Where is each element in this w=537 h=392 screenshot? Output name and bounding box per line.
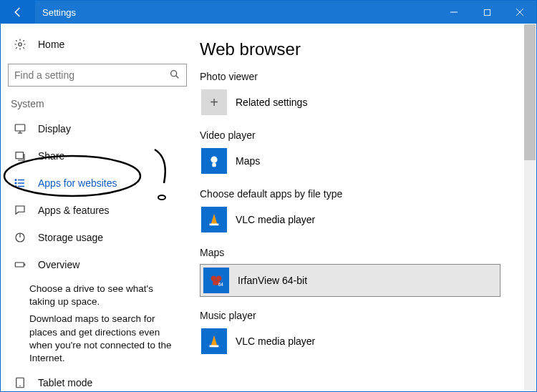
vlc-app-icon: [201, 328, 227, 354]
vlc-app-icon: [201, 207, 227, 232]
search-box[interactable]: [8, 64, 187, 87]
app-name: Related settings: [236, 97, 307, 108]
tablet-icon: [14, 376, 26, 389]
section-label-photo-viewer: Photo viewer: [200, 71, 523, 82]
maximize-button[interactable]: [470, 1, 503, 24]
app-row-irfanview[interactable]: 64 IrfanView 64-bit: [200, 264, 500, 297]
svg-marker-33: [211, 335, 217, 347]
svg-rect-19: [15, 263, 24, 267]
camera-app-icon: [201, 148, 227, 174]
sidebar-item-tablet-mode[interactable]: Tablet mode: [8, 369, 187, 391]
sidebar-item-label: Tablet mode: [38, 377, 92, 388]
sidebar-home-label: Home: [38, 39, 64, 50]
svg-point-15: [15, 182, 16, 184]
search-input[interactable]: [14, 69, 169, 81]
sidebar-item-label: Display: [38, 123, 71, 134]
list-icon: [14, 177, 26, 190]
svg-point-5: [171, 70, 177, 76]
sidebar-item-apps-features[interactable]: Apps & features: [8, 197, 187, 224]
svg-point-14: [15, 180, 16, 181]
svg-point-30: [216, 276, 221, 281]
svg-rect-7: [15, 124, 25, 131]
share-icon: [14, 150, 26, 162]
power-icon: [14, 231, 26, 244]
gear-icon: [14, 38, 26, 51]
svg-rect-10: [16, 152, 24, 159]
sidebar: Home System Display Share: [1, 24, 194, 391]
svg-line-6: [176, 75, 179, 78]
sidebar-item-label: Overview: [38, 259, 79, 270]
svg-point-29: [211, 276, 216, 281]
svg-point-4: [19, 43, 22, 46]
sidebar-item-label: Apps & features: [38, 205, 110, 216]
section-label-maps: Maps: [200, 247, 523, 258]
sidebar-item-display[interactable]: Display: [8, 115, 187, 142]
sidebar-item-share[interactable]: Share: [8, 142, 187, 170]
main-content: Web browser Photo viewer + Related setti…: [194, 24, 536, 391]
svg-marker-27: [211, 214, 217, 225]
section-label-video-player: Video player: [200, 129, 523, 141]
app-row-related-settings[interactable]: + Related settings: [200, 88, 523, 117]
svg-rect-34: [210, 346, 219, 348]
app-name: IrfanView 64-bit: [238, 275, 307, 286]
sidebar-item-overview[interactable]: Overview: [8, 251, 187, 278]
section-label-file-type: Choose default apps by file type: [200, 188, 523, 200]
app-row-maps[interactable]: Maps: [200, 147, 523, 175]
sidebar-category: System: [8, 94, 187, 115]
monitor-icon: [14, 122, 26, 135]
sidebar-item-storage[interactable]: Storage usage: [8, 224, 187, 251]
svg-rect-28: [210, 224, 219, 226]
minimize-button[interactable]: [437, 1, 470, 24]
svg-rect-26: [212, 163, 216, 167]
svg-point-25: [211, 157, 217, 163]
page-title: Web browser: [200, 39, 523, 59]
sidebar-item-apps-for-websites[interactable]: Apps for websites: [8, 170, 187, 197]
chat-icon: [14, 204, 26, 217]
window-title: Settings: [35, 7, 437, 18]
close-button[interactable]: [503, 1, 536, 24]
sidebar-item-label: Share: [38, 150, 64, 162]
section-label-music-player: Music player: [200, 310, 523, 321]
battery-icon: [14, 258, 26, 271]
app-row-vlc-2[interactable]: VLC media player: [200, 327, 523, 356]
titlebar: Settings: [1, 1, 536, 24]
scrollbar-track[interactable]: [524, 24, 536, 391]
app-name: Maps: [236, 155, 260, 167]
plus-icon: +: [201, 89, 227, 115]
svg-text:64: 64: [218, 282, 224, 287]
app-name: VLC media player: [236, 335, 315, 347]
search-icon: [169, 69, 180, 82]
app-name: VLC media player: [236, 214, 315, 225]
back-button[interactable]: [1, 1, 35, 24]
irfanview-app-icon: 64: [203, 268, 229, 293]
sidebar-home[interactable]: Home: [8, 34, 187, 55]
svg-point-16: [15, 186, 16, 187]
sidebar-info-text: Choose a drive to see what's taking up s…: [8, 278, 187, 365]
scrollbar-thumb[interactable]: [524, 24, 536, 160]
sidebar-item-label: Apps for websites: [38, 177, 117, 189]
sidebar-item-label: Storage usage: [38, 232, 103, 243]
app-row-vlc-1[interactable]: VLC media player: [200, 205, 523, 234]
svg-rect-1: [484, 9, 490, 15]
